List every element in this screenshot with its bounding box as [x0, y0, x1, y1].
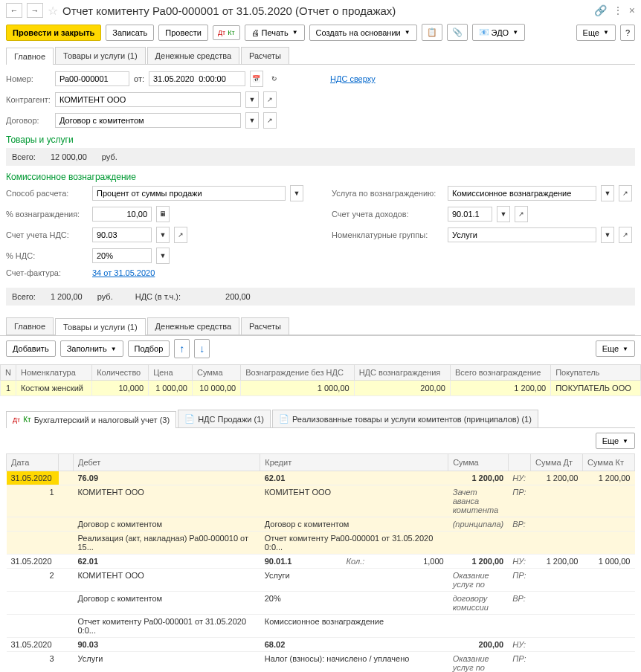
save-button[interactable]: Записать — [106, 25, 154, 41]
tab-goods[interactable]: Товары и услуги (1) — [55, 47, 146, 64]
more-button2[interactable]: Еще ▼ — [596, 340, 635, 357]
nomen-group-field[interactable] — [448, 227, 596, 242]
kebab-icon[interactable]: ⋮ — [613, 4, 623, 16]
register-button[interactable]: 📋 — [422, 24, 442, 41]
col-nomen[interactable]: Номенклатура — [16, 365, 91, 381]
tab-main2[interactable]: Главное — [6, 317, 54, 335]
col-sum-dt[interactable]: Сумма Дт — [531, 454, 583, 471]
dropdown-icon[interactable]: ▼ — [245, 91, 259, 108]
col-sum[interactable]: Сумма — [192, 365, 240, 381]
dropdown-icon[interactable]: ▼ — [245, 112, 259, 129]
entry-row[interactable]: Договор с комитентом Договор с комитенто… — [7, 517, 635, 532]
edo-button[interactable]: 📧 ЭДО ▼ — [472, 24, 525, 41]
back-button[interactable]: ← — [6, 3, 22, 18]
tab-main[interactable]: Главное — [6, 48, 54, 65]
income-acc-field[interactable] — [448, 207, 492, 222]
col-n[interactable]: N — [1, 365, 16, 381]
col-fee-total[interactable]: Всего вознаграждение — [450, 365, 550, 381]
more-button[interactable]: Еще ▼ — [576, 25, 616, 41]
tabs-mid: Главное Товары и услуги (1) Денежные сре… — [6, 317, 635, 335]
percent-field[interactable] — [92, 207, 152, 222]
move-up-button[interactable]: ↑ — [174, 339, 190, 358]
entry-row[interactable]: 31.05.2020 62.01 90.01.1 Кол.: 1,000 1 2… — [7, 555, 635, 569]
col-credit[interactable]: Кредит — [260, 454, 448, 471]
table-row[interactable]: 1 Костюм женский 10,000 1 000,00 10 000,… — [1, 381, 641, 396]
col-sum-kt[interactable]: Сумма Кт — [583, 454, 635, 471]
acc-tab-vat[interactable]: 📄 НДС Продажи (1) — [178, 410, 271, 427]
entry-row[interactable]: 31.05.2020 76.09 62.01 1 200,00 НУ: 1 20… — [7, 471, 635, 485]
entry-row[interactable]: 3 Услуги Налог (взносы): начислено / упл… — [7, 652, 635, 673]
post-close-button[interactable]: Провести и закрыть — [6, 25, 101, 41]
print-button[interactable]: 🖨 Печать ▼ — [245, 25, 305, 41]
counterparty-field[interactable] — [55, 92, 241, 107]
add-button[interactable]: Добавить — [6, 340, 56, 357]
open-icon[interactable]: ↗ — [619, 227, 632, 243]
col-buyer[interactable]: Покупатель — [551, 365, 641, 381]
open-icon[interactable]: ↗ — [619, 185, 632, 201]
vat-rate-field[interactable] — [92, 248, 152, 263]
entry-row[interactable]: Договор с комитентом 20% договору комисс… — [7, 592, 635, 615]
open-icon[interactable]: ↗ — [263, 91, 277, 108]
forward-button[interactable]: → — [27, 3, 43, 18]
close-icon[interactable]: × — [629, 4, 635, 16]
vat-acc-field[interactable] — [92, 227, 152, 242]
dropdown-icon[interactable]: ▼ — [601, 227, 614, 243]
col-sum[interactable]: Сумма — [448, 454, 509, 471]
dropdown-icon[interactable]: ▼ — [497, 206, 510, 222]
open-icon[interactable]: ↗ — [515, 206, 528, 222]
post-button[interactable]: Провести — [158, 25, 208, 41]
col-debit[interactable]: Дебет — [74, 454, 260, 471]
number-field[interactable] — [55, 71, 129, 86]
tab-money[interactable]: Денежные средства — [147, 47, 239, 64]
method-label: Способ расчета: — [6, 189, 88, 198]
link-icon[interactable]: 🔗 — [594, 4, 607, 16]
vat-rate-label: % НДС: — [6, 251, 88, 260]
entry-row[interactable]: 1 КОМИТЕНТ ООО КОМИТЕНТ ООО Зачет аванса… — [7, 485, 635, 517]
tab-calc[interactable]: Расчеты — [241, 47, 289, 64]
help-button[interactable]: ? — [620, 25, 635, 41]
fill-button[interactable]: Заполнить ▼ — [60, 340, 123, 357]
pick-button[interactable]: Подбор — [128, 340, 170, 357]
attach-button[interactable]: 📎 — [447, 24, 468, 41]
service-field[interactable] — [448, 186, 596, 201]
tab-goods2[interactable]: Товары и услуги (1) — [55, 318, 146, 335]
entry-row[interactable]: Отчет комитенту Ра00-000001 от 31.05.202… — [7, 615, 635, 638]
col-price[interactable]: Цена — [149, 365, 193, 381]
invoice-link[interactable]: 34 от 31.05.2020 — [92, 268, 155, 277]
commission-total: Всего: 1 200,00 руб. НДС (в т.ч.): 200,0… — [6, 288, 635, 306]
acc-tab-bu[interactable]: ДтКт Бухгалтерский и налоговый учет (3) — [6, 411, 176, 428]
calc-icon[interactable]: 🖩 — [156, 206, 170, 222]
method-field[interactable] — [92, 186, 286, 201]
income-acc-label: Счет учета доходов: — [332, 210, 443, 219]
entry-row[interactable]: 2 КОМИТЕНТ ООО Услуги Оказание услуг по … — [7, 569, 635, 592]
acc-more-button[interactable]: Еще ▼ — [596, 433, 635, 449]
invoice-label: Счет-фактура: — [6, 268, 88, 277]
col-qty[interactable]: Количество — [92, 365, 149, 381]
acc-tab-realized[interactable]: 📄 Реализованные товары и услуги комитент… — [272, 410, 538, 427]
favorite-icon[interactable]: ☆ — [48, 4, 58, 18]
calendar-icon[interactable]: 📅 — [250, 71, 263, 87]
date-field[interactable] — [149, 71, 245, 86]
create-based-button[interactable]: Создать на основании ▼ — [309, 25, 417, 41]
dropdown-icon[interactable]: ▼ — [156, 227, 170, 243]
vat-mode-link[interactable]: НДС сверху — [330, 74, 376, 83]
open-icon[interactable]: ↗ — [263, 112, 277, 129]
entry-row[interactable]: Реализация (акт, накладная) Ра00-000010 … — [7, 532, 635, 555]
col-fee-novat[interactable]: Вознаграждение без НДС — [241, 365, 354, 381]
tab-money2[interactable]: Денежные средства — [147, 317, 239, 335]
service-label: Услуга по вознаграждению: — [332, 189, 443, 198]
col-fee-vat[interactable]: НДС вознаграждения — [354, 365, 450, 381]
dtkt-button[interactable]: ДтКт — [213, 25, 240, 40]
accounting-section: ДтКт Бухгалтерский и налоговый учет (3) … — [0, 410, 641, 672]
dropdown-icon[interactable]: ▼ — [601, 185, 614, 201]
printer-icon: 🖨 — [251, 28, 260, 37]
move-down-button[interactable]: ↓ — [194, 339, 210, 358]
open-icon[interactable]: ↗ — [174, 227, 187, 243]
refresh-icon[interactable]: ↻ — [268, 71, 281, 87]
tab-calc2[interactable]: Расчеты — [241, 317, 289, 335]
col-date[interactable]: Дата — [7, 454, 59, 471]
contract-field[interactable] — [55, 113, 241, 128]
dropdown-icon[interactable]: ▼ — [156, 248, 170, 264]
dropdown-icon[interactable]: ▼ — [290, 185, 303, 201]
entry-row[interactable]: 31.05.2020 90.03 68.02 200,00 НУ: — [7, 638, 635, 652]
